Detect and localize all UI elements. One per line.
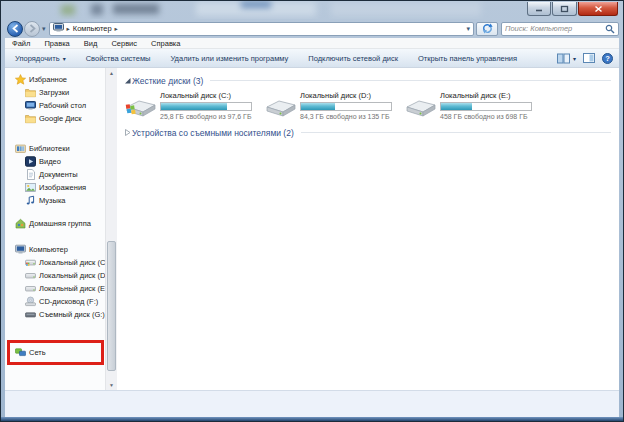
svg-text:?: ? [605,54,610,63]
search-icon[interactable] [605,24,615,34]
change-view-button[interactable]: ▾ [557,53,576,64]
navigation-pane-scrollbar[interactable]: ▲ ▼ [105,68,117,390]
menu-item[interactable]: Справка [144,38,187,49]
preview-pane-icon [583,53,595,63]
pictures-icon [25,182,36,193]
sidebar-item-label: CD-дисковод (F:) [39,297,98,306]
sidebar-section: Домашняя группа [5,217,105,230]
sidebar-item[interactable]: Музыка [5,194,105,207]
toolbar-button-label: Подключить сетевой диск [308,54,398,63]
desktop-blur-blob [241,1,271,8]
recent-pages-dropdown[interactable]: ▾ [42,25,46,33]
sidebar-item-label: Локальный диск (D:) [39,271,105,280]
hard-disk-icon [265,95,297,119]
address-history-dropdown[interactable]: ▾ [466,25,470,33]
breadcrumb-arrow-icon[interactable]: ▸ [115,25,118,33]
address-bar[interactable]: ▸ Компьютер ▸ ▾ [49,22,474,36]
sidebar-section: БиблиотекиВидеоДокументыИзображенияМузык… [5,142,105,207]
toolbar-button[interactable]: Удалить или изменить программу [160,54,298,63]
drive-tile-info: Локальный диск (D:)84,3 ГБ свободно из 1… [300,90,392,120]
menu-item[interactable]: Сервис [104,38,144,49]
back-button[interactable] [7,21,23,37]
sidebar-item[interactable]: Загрузки [5,86,105,99]
sidebar-item[interactable]: Локальный диск (E:) [5,282,105,295]
sidebar-item[interactable]: Google Диск [5,112,105,125]
group-header[interactable]: Жесткие диски (3) [123,74,611,87]
drive-tile-info: Локальный диск (E:)458 ГБ свободно из 69… [440,90,532,120]
menu-item[interactable]: Файл [5,38,37,49]
group-header[interactable]: Устройства со съемными носителями (2) [123,126,611,139]
sidebar-item-label: Изображения [39,183,86,192]
desktop-icon [25,100,36,111]
sidebar-item[interactable]: Локальный диск (C:) [5,256,105,269]
sidebar-item[interactable]: Рабочий стол [5,99,105,112]
breadcrumb-location[interactable]: Компьютер [73,24,112,33]
group-header-label: Жесткие диски (3) [132,76,203,86]
sidebar-section: КомпьютерЛокальный диск (C:)Локальный ди… [5,243,105,321]
sidebar-item-label: Загрузки [39,88,69,97]
sidebar-item[interactable]: Домашняя группа [5,217,105,230]
sidebar-item[interactable]: Компьютер [5,243,105,256]
system-disk-icon [25,257,36,268]
search-input[interactable] [505,24,605,33]
drive-name: Локальный диск (E:) [440,91,532,101]
toolbar-button[interactable]: Свойства системы [76,54,161,63]
drive-tile[interactable]: Локальный диск (E:)458 ГБ свободно из 69… [405,90,545,120]
scroll-down-icon[interactable]: ▼ [109,380,114,390]
sidebar-item[interactable]: Видео [5,155,105,168]
sidebar-item[interactable]: CD-дисковод (F:) [5,295,105,308]
desktop-blur-blob [113,4,159,14]
document-icon [25,169,36,180]
sidebar-section: Сеть [5,340,105,365]
sidebar-item[interactable]: Съемный диск (G:) [5,308,105,321]
folder-icon [25,113,36,124]
chevron-down-icon: ▾ [573,55,576,62]
maximize-button[interactable] [552,2,577,16]
sidebar-item[interactable]: Локальный диск (D:) [5,269,105,282]
video-icon [25,156,36,167]
sidebar-item[interactable]: Сеть [10,346,101,359]
drive-tile[interactable]: Локальный диск (C:)25,8 ГБ свободно из 9… [125,90,265,120]
sidebar-item[interactable]: Библиотеки [5,142,105,155]
menu-item[interactable]: Правка [37,38,76,49]
downloads-folder-icon [25,87,36,98]
scrollbar-thumb[interactable] [107,241,116,371]
drive-tile[interactable]: Локальный диск (D:)84,3 ГБ свободно из 1… [265,90,405,120]
drive-name: Локальный диск (D:) [300,91,392,101]
drive-usage-fill [301,103,335,110]
command-toolbar: Упорядочить▾Свойства системыУдалить или … [5,49,619,68]
drive-usage-bar [300,102,392,111]
sidebar-item[interactable]: Изображения [5,181,105,194]
toolbar-button[interactable]: Подключить сетевой диск [298,54,408,63]
breadcrumb-arrow-icon: ▸ [67,25,70,33]
toolbar-button[interactable]: Упорядочить▾ [5,54,76,63]
sidebar-item-label: Google Диск [39,114,82,123]
title-bar[interactable] [1,1,623,19]
drive-capacity-text: 458 ГБ свободно из 698 ГБ [440,113,532,120]
forward-button[interactable] [24,21,40,37]
cd-drive-icon [25,296,36,307]
help-button[interactable]: ? [602,53,613,64]
refresh-button[interactable] [476,22,498,36]
minimize-button[interactable] [527,2,551,16]
network-icon [15,347,26,358]
preview-pane-button[interactable] [583,53,595,63]
sidebar-item-label: Рабочий стол [39,101,86,110]
drive-usage-fill [441,103,472,110]
expanded-arrow-icon[interactable] [123,76,132,85]
scroll-up-icon[interactable]: ▲ [109,68,114,78]
computer-icon [53,22,64,35]
scrollbar-track[interactable] [106,78,117,380]
toolbar-button[interactable]: Открыть панель управления [408,54,527,63]
menu-item[interactable]: Вид [77,38,105,49]
sidebar-item-label: Локальный диск (E:) [39,284,105,293]
collapsed-arrow-icon[interactable] [123,128,132,137]
close-button[interactable] [578,2,618,16]
help-icon: ? [602,53,613,64]
sidebar-item-label: Библиотеки [29,144,70,153]
sidebar-item-label: Документы [39,170,78,179]
sidebar-item[interactable]: Избранное [5,73,105,86]
sidebar-item-label: Домашняя группа [29,219,91,228]
desktop-blur-blob [61,5,75,15]
sidebar-item[interactable]: Документы [5,168,105,181]
